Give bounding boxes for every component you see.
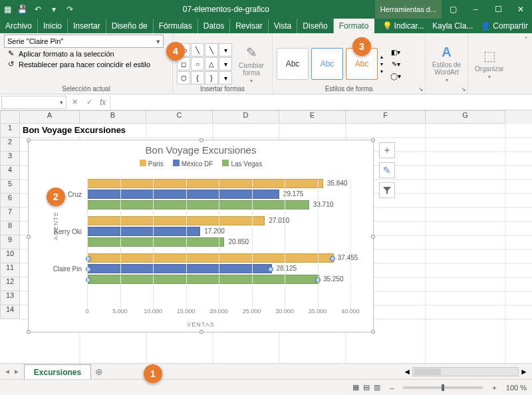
data-label: 28.125 — [276, 265, 297, 272]
tab-datos[interactable]: Datos — [198, 19, 230, 33]
chart-filters-button[interactable] — [379, 182, 395, 198]
x-tick: 5.000 — [112, 308, 128, 315]
shape-effects[interactable]: ◯▾ — [386, 70, 406, 81]
cancel-formula-icon[interactable]: ✕ — [68, 98, 81, 106]
share-button[interactable]: 👤Compartir — [477, 21, 532, 31]
data-label: 20.850 — [228, 238, 249, 245]
x-tick: 40.000 — [341, 308, 360, 315]
status-bar: ▦ ▤ ▥ – + 100 % — [0, 379, 532, 395]
data-bar[interactable] — [87, 253, 334, 263]
shape-fill[interactable]: ◧▾ — [386, 47, 406, 57]
tab-formulas[interactable]: Fórmulas — [154, 19, 198, 33]
enter-formula-icon[interactable]: ✓ — [82, 98, 96, 106]
qat-save[interactable]: 💾 — [15, 5, 29, 14]
reset-match-style-button[interactable]: ↺Restablecer para hacer coincidir el est… — [4, 59, 168, 69]
column-headers[interactable]: A B C D E F G — [0, 110, 532, 124]
view-normal-icon[interactable]: ▦ — [352, 383, 359, 392]
change-shape-button[interactable]: ✎Cambiar forma▾ — [235, 45, 268, 84]
category-label: Kerry Oki — [42, 228, 82, 235]
format-selection-button[interactable]: ✎Aplicar formato a la selección — [4, 49, 168, 59]
zoom-slider[interactable] — [403, 386, 483, 389]
tell-me[interactable]: 💡Indicar... — [378, 21, 428, 31]
data-label: 33.710 — [313, 201, 334, 208]
dialog-launcher-icon[interactable]: ↘ — [418, 86, 424, 92]
formula-bar: ▾ ✕ ✓ fx — [0, 94, 532, 110]
chart-legend[interactable]: Paris México DF Las Vegas — [29, 160, 373, 168]
data-label: 35.250 — [323, 275, 344, 283]
group-label-insertar-formas: Insertar formas — [173, 85, 272, 92]
tab-archivo[interactable]: Archivo — [0, 19, 38, 33]
qat-undo-drop[interactable]: ▾ — [47, 5, 61, 14]
tab-inicio[interactable]: Inicio — [38, 19, 68, 33]
chart-title[interactable]: Bon Voyage Excursiones — [29, 144, 373, 156]
data-label: 37.455 — [338, 254, 358, 261]
data-bar[interactable] — [87, 216, 265, 225]
view-pagebreak-icon[interactable]: ▥ — [374, 383, 380, 392]
window-close[interactable]: ✕ — [509, 5, 532, 14]
data-bar[interactable] — [87, 179, 323, 188]
zoom-level[interactable]: 100 % — [506, 384, 527, 392]
data-bar[interactable] — [87, 264, 272, 273]
new-sheet-button[interactable]: ⊕ — [91, 366, 107, 377]
x-tick: 15.000 — [177, 308, 196, 315]
window-minimize[interactable]: – — [464, 5, 487, 14]
formula-input[interactable] — [110, 96, 532, 109]
x-tick: 10.000 — [144, 308, 162, 315]
titlebar: ▦ 💾 ↶ ▾ ↷ 07-elementos-de-grafico Herram… — [0, 0, 532, 19]
x-tick: 35.000 — [309, 308, 327, 315]
zoom-in-icon[interactable]: + — [492, 384, 496, 392]
data-label: 35.840 — [327, 180, 348, 187]
wordart-styles-button[interactable]: AEstilos de WordArt▾ — [430, 45, 464, 83]
window-maximize[interactable]: ☐ — [487, 5, 509, 14]
chart-element-dropdown[interactable]: Serie "Claire Pin"▾ — [4, 35, 164, 48]
collapse-ribbon-icon[interactable]: ˄ — [524, 36, 528, 45]
view-page-layout-icon[interactable]: ▤ — [363, 383, 370, 392]
fx-icon[interactable]: fx — [96, 98, 110, 107]
callout-3: 3 — [352, 37, 371, 56]
sheet-tabs[interactable]: ◄► Excursiones ⊕ ◄ ► — [0, 363, 532, 379]
tab-vista[interactable]: Vista — [269, 19, 297, 33]
ribbon-display-options[interactable]: ▢ — [442, 5, 464, 14]
contextual-tab-label: Herramientas d... — [375, 0, 442, 19]
data-label: 27.010 — [269, 217, 289, 224]
x-axis-title[interactable]: VENTAS — [29, 321, 373, 328]
shapes-gallery[interactable]: ▭╲╲▾ ◻○△▾ ⬡{}▾ — [177, 43, 232, 84]
sheet-tab-excursiones[interactable]: Excursiones — [24, 364, 91, 379]
data-label: 17.200 — [204, 227, 225, 235]
qat-undo[interactable]: ↶ — [31, 5, 45, 14]
tab-formato[interactable]: Formato — [334, 19, 375, 33]
tab-scroll-right[interactable]: ► — [13, 368, 20, 375]
select-all-corner[interactable] — [0, 110, 20, 124]
chart-object[interactable]: Bon Voyage Excursiones Paris México DF L… — [28, 140, 374, 332]
shape-outline[interactable]: ✎▾ — [386, 59, 406, 69]
dialog-launcher-icon[interactable]: ↘ — [461, 86, 466, 92]
y-axis-title[interactable]: AGENTE — [53, 211, 59, 240]
document-name: 07-elementos-de-grafico — [77, 5, 375, 14]
user-account[interactable]: Kayla Cla... — [428, 21, 477, 31]
tab-diseno-chart[interactable]: Diseño — [297, 19, 333, 33]
horizontal-scrollbar[interactable] — [412, 367, 519, 376]
callout-1: 1 — [144, 364, 162, 383]
chart-elements-button[interactable]: ＋ — [379, 142, 395, 158]
row-headers[interactable]: 1234567891011121314 — [0, 124, 20, 319]
name-box[interactable]: ▾ — [1, 96, 66, 109]
group-label-estilos-forma: Estilos de forma — [273, 85, 425, 92]
data-label: 29.175 — [283, 190, 304, 198]
data-bar[interactable] — [87, 237, 224, 247]
callout-4: 4 — [166, 42, 185, 61]
zoom-out-icon[interactable]: – — [390, 384, 394, 392]
arrange-button[interactable]: ⬚Organizar▾ — [472, 48, 507, 80]
data-bar[interactable] — [87, 227, 200, 236]
tab-scroll-left[interactable]: ◄ — [4, 368, 11, 375]
chart-styles-button[interactable]: ✎ — [379, 162, 395, 178]
tab-insertar[interactable]: Insertar — [68, 19, 106, 33]
tab-revisar[interactable]: Revisar — [230, 19, 269, 33]
data-bar[interactable] — [87, 190, 279, 199]
ribbon-tabs: Archivo Inicio Insertar Diseño de Fórmul… — [0, 19, 532, 33]
x-tick: 25.000 — [243, 308, 261, 315]
x-tick: 20.000 — [209, 308, 228, 315]
qat-redo[interactable]: ↷ — [63, 5, 77, 14]
worksheet-grid[interactable]: A B C D E F G 1234567891011121314 Bon Vo… — [0, 110, 532, 363]
tab-diseno-pagina[interactable]: Diseño de — [106, 19, 154, 33]
cell-a1: Bon Voyage Excursiones — [23, 125, 126, 135]
